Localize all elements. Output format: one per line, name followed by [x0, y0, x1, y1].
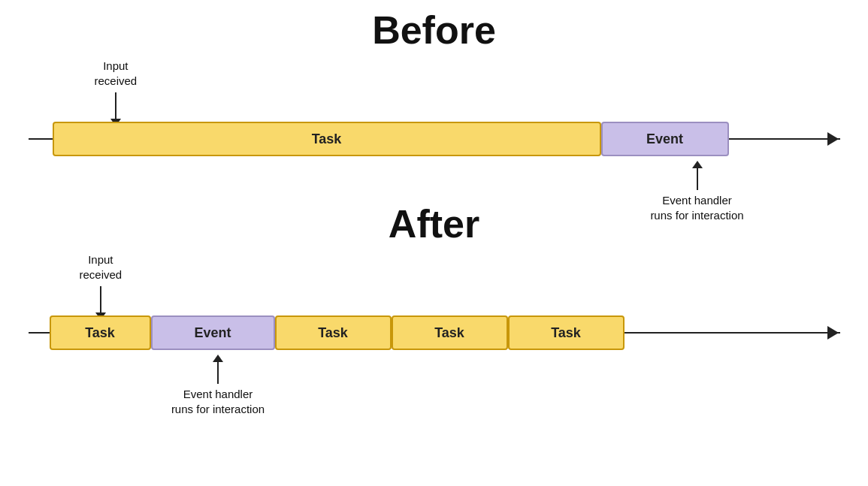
- before-input-arrow-line: [115, 92, 116, 119]
- before-task-box: Task: [53, 122, 601, 156]
- before-arrow-right: [827, 132, 839, 146]
- after-section: After Inputreceived Task: [0, 201, 868, 403]
- after-arrow-right: [827, 326, 839, 340]
- after-event-annotation-text: Event handlerruns for interaction: [160, 387, 277, 418]
- after-input-text: Inputreceived: [80, 252, 122, 283]
- after-input-arrow-line: [100, 286, 101, 313]
- after-task1-box: Task: [50, 315, 151, 350]
- before-input-annotation: Inputreceived: [95, 59, 138, 119]
- after-event-annotation: Event handlerruns for interaction: [160, 361, 277, 418]
- before-title: Before: [0, 8, 868, 53]
- after-event-box: Event: [151, 315, 275, 350]
- after-task2-box: Task: [275, 315, 392, 350]
- diagram-container: Before Inputreceived Task: [0, 0, 868, 486]
- before-section: Before Inputreceived Task: [0, 8, 868, 186]
- before-event-arrow-line: [697, 168, 698, 190]
- after-input-annotation: Inputreceived: [80, 252, 122, 313]
- before-event-box: Event: [601, 122, 729, 156]
- after-title: After: [0, 201, 868, 246]
- after-event-arrow-line: [217, 361, 219, 384]
- after-task4-box: Task: [508, 315, 625, 350]
- before-input-text: Inputreceived: [95, 59, 138, 89]
- after-task3-box: Task: [392, 315, 508, 350]
